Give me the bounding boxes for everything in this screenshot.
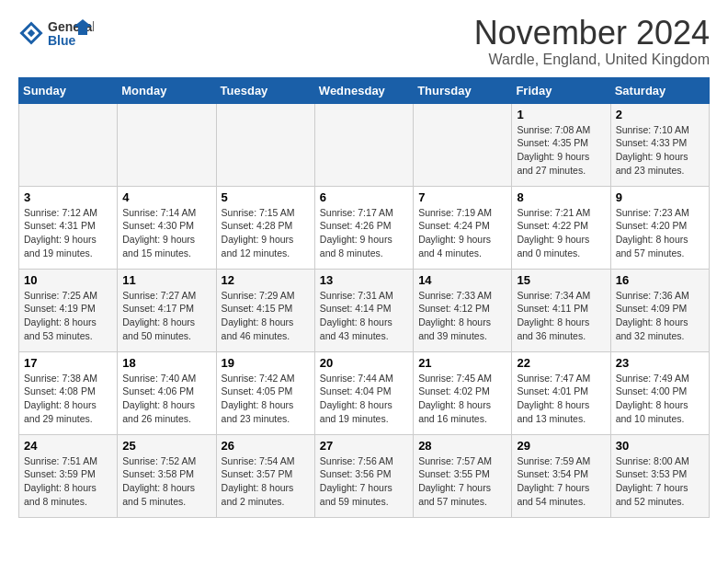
day-number: 10 <box>24 273 112 287</box>
weekday-header-thursday: Thursday <box>414 77 512 103</box>
calendar-cell: 3Sunrise: 7:12 AM Sunset: 4:31 PM Daylig… <box>19 186 118 269</box>
day-info: Sunrise: 7:19 AM Sunset: 4:24 PM Dayligh… <box>418 206 506 260</box>
calendar-week-row: 1Sunrise: 7:08 AM Sunset: 4:35 PM Daylig… <box>19 103 710 186</box>
day-info: Sunrise: 7:56 AM Sunset: 3:56 PM Dayligh… <box>320 454 408 509</box>
day-info: Sunrise: 7:51 AM Sunset: 3:59 PM Dayligh… <box>24 454 112 509</box>
day-info: Sunrise: 7:08 AM Sunset: 4:35 PM Dayligh… <box>517 123 605 178</box>
location: Wardle, England, United Kingdom <box>474 52 710 68</box>
day-number: 4 <box>122 190 210 204</box>
calendar-cell <box>19 103 118 186</box>
calendar-cell: 1Sunrise: 7:08 AM Sunset: 4:35 PM Daylig… <box>512 103 610 186</box>
day-info: Sunrise: 7:42 AM Sunset: 4:05 PM Dayligh… <box>222 372 310 426</box>
calendar-cell: 5Sunrise: 7:15 AM Sunset: 4:28 PM Daylig… <box>216 186 314 269</box>
weekday-header-sunday: Sunday <box>19 77 118 103</box>
calendar-cell: 10Sunrise: 7:25 AM Sunset: 4:19 PM Dayli… <box>19 269 118 351</box>
calendar-cell: 18Sunrise: 7:40 AM Sunset: 4:06 PM Dayli… <box>118 351 216 434</box>
calendar-cell: 7Sunrise: 7:19 AM Sunset: 4:24 PM Daylig… <box>414 186 512 269</box>
day-info: Sunrise: 7:15 AM Sunset: 4:28 PM Dayligh… <box>222 206 310 260</box>
day-number: 30 <box>616 439 704 453</box>
day-info: Sunrise: 7:49 AM Sunset: 4:00 PM Dayligh… <box>616 372 704 426</box>
day-info: Sunrise: 7:52 AM Sunset: 3:58 PM Dayligh… <box>122 454 210 509</box>
calendar-cell: 12Sunrise: 7:29 AM Sunset: 4:15 PM Dayli… <box>216 269 314 351</box>
weekday-header-saturday: Saturday <box>610 77 709 103</box>
day-number: 20 <box>320 356 408 370</box>
day-info: Sunrise: 7:36 AM Sunset: 4:09 PM Dayligh… <box>616 289 704 343</box>
day-number: 11 <box>122 273 210 287</box>
day-info: Sunrise: 7:25 AM Sunset: 4:19 PM Dayligh… <box>24 289 112 343</box>
day-number: 16 <box>616 273 704 287</box>
calendar-cell: 25Sunrise: 7:52 AM Sunset: 3:58 PM Dayli… <box>118 434 216 517</box>
day-number: 12 <box>222 273 310 287</box>
calendar-cell <box>118 103 216 186</box>
month-title: November 2024 <box>474 15 710 52</box>
calendar-cell: 23Sunrise: 7:49 AM Sunset: 4:00 PM Dayli… <box>610 351 709 434</box>
calendar-cell <box>314 103 413 186</box>
day-info: Sunrise: 7:21 AM Sunset: 4:22 PM Dayligh… <box>517 206 605 260</box>
calendar-cell: 20Sunrise: 7:44 AM Sunset: 4:04 PM Dayli… <box>314 351 413 434</box>
calendar-cell: 27Sunrise: 7:56 AM Sunset: 3:56 PM Dayli… <box>314 434 413 517</box>
calendar-cell: 17Sunrise: 7:38 AM Sunset: 4:08 PM Dayli… <box>19 351 118 434</box>
calendar-cell: 22Sunrise: 7:47 AM Sunset: 4:01 PM Dayli… <box>512 351 610 434</box>
day-info: Sunrise: 7:57 AM Sunset: 3:55 PM Dayligh… <box>418 454 506 509</box>
day-number: 24 <box>24 439 112 453</box>
day-number: 25 <box>122 439 210 453</box>
calendar-cell <box>216 103 314 186</box>
calendar-cell: 11Sunrise: 7:27 AM Sunset: 4:17 PM Dayli… <box>118 269 216 351</box>
day-info: Sunrise: 7:10 AM Sunset: 4:33 PM Dayligh… <box>616 123 704 178</box>
day-number: 7 <box>418 190 506 204</box>
day-info: Sunrise: 7:12 AM Sunset: 4:31 PM Dayligh… <box>24 206 112 260</box>
day-number: 13 <box>320 273 408 287</box>
title-area: November 2024 Wardle, England, United Ki… <box>474 15 710 68</box>
calendar-cell: 16Sunrise: 7:36 AM Sunset: 4:09 PM Dayli… <box>610 269 709 351</box>
day-number: 3 <box>24 190 112 204</box>
day-info: Sunrise: 7:45 AM Sunset: 4:02 PM Dayligh… <box>418 372 506 426</box>
day-info: Sunrise: 8:00 AM Sunset: 3:53 PM Dayligh… <box>616 454 704 509</box>
weekday-header-row: SundayMondayTuesdayWednesdayThursdayFrid… <box>19 77 710 103</box>
day-info: Sunrise: 7:34 AM Sunset: 4:11 PM Dayligh… <box>517 289 605 343</box>
weekday-header-wednesday: Wednesday <box>314 77 413 103</box>
day-number: 21 <box>418 356 506 370</box>
day-info: Sunrise: 7:54 AM Sunset: 3:57 PM Dayligh… <box>222 454 310 509</box>
calendar-table: SundayMondayTuesdayWednesdayThursdayFrid… <box>18 77 710 518</box>
calendar-week-row: 10Sunrise: 7:25 AM Sunset: 4:19 PM Dayli… <box>19 269 710 351</box>
calendar-cell: 6Sunrise: 7:17 AM Sunset: 4:26 PM Daylig… <box>314 186 413 269</box>
weekday-header-monday: Monday <box>118 77 216 103</box>
day-info: Sunrise: 7:31 AM Sunset: 4:14 PM Dayligh… <box>320 289 408 343</box>
day-number: 14 <box>418 273 506 287</box>
day-info: Sunrise: 7:40 AM Sunset: 4:06 PM Dayligh… <box>122 372 210 426</box>
weekday-header-tuesday: Tuesday <box>216 77 314 103</box>
calendar-week-row: 24Sunrise: 7:51 AM Sunset: 3:59 PM Dayli… <box>19 434 710 517</box>
day-number: 1 <box>517 108 605 121</box>
day-number: 28 <box>418 439 506 453</box>
weekday-header-friday: Friday <box>512 77 610 103</box>
day-number: 5 <box>222 190 310 204</box>
calendar-cell: 29Sunrise: 7:59 AM Sunset: 3:54 PM Dayli… <box>512 434 610 517</box>
day-info: Sunrise: 7:29 AM Sunset: 4:15 PM Dayligh… <box>222 289 310 343</box>
day-number: 8 <box>517 190 605 204</box>
day-number: 9 <box>616 190 704 204</box>
day-number: 26 <box>222 439 310 453</box>
day-number: 15 <box>517 273 605 287</box>
day-number: 6 <box>320 190 408 204</box>
logo: General Blue <box>18 15 94 52</box>
calendar-cell: 2Sunrise: 7:10 AM Sunset: 4:33 PM Daylig… <box>610 103 709 186</box>
day-info: Sunrise: 7:23 AM Sunset: 4:20 PM Dayligh… <box>616 206 704 260</box>
day-number: 19 <box>222 356 310 370</box>
calendar-cell: 28Sunrise: 7:57 AM Sunset: 3:55 PM Dayli… <box>414 434 512 517</box>
day-info: Sunrise: 7:17 AM Sunset: 4:26 PM Dayligh… <box>320 206 408 260</box>
day-number: 17 <box>24 356 112 370</box>
calendar-cell: 19Sunrise: 7:42 AM Sunset: 4:05 PM Dayli… <box>216 351 314 434</box>
calendar-cell: 15Sunrise: 7:34 AM Sunset: 4:11 PM Dayli… <box>512 269 610 351</box>
day-info: Sunrise: 7:38 AM Sunset: 4:08 PM Dayligh… <box>24 372 112 426</box>
day-number: 2 <box>616 108 704 121</box>
calendar-cell: 14Sunrise: 7:33 AM Sunset: 4:12 PM Dayli… <box>414 269 512 351</box>
calendar-cell: 8Sunrise: 7:21 AM Sunset: 4:22 PM Daylig… <box>512 186 610 269</box>
calendar-cell: 30Sunrise: 8:00 AM Sunset: 3:53 PM Dayli… <box>610 434 709 517</box>
svg-text:Blue: Blue <box>48 33 76 48</box>
day-number: 29 <box>517 439 605 453</box>
calendar-cell: 13Sunrise: 7:31 AM Sunset: 4:14 PM Dayli… <box>314 269 413 351</box>
logo-icon <box>18 20 44 46</box>
day-info: Sunrise: 7:33 AM Sunset: 4:12 PM Dayligh… <box>418 289 506 343</box>
calendar-cell: 9Sunrise: 7:23 AM Sunset: 4:20 PM Daylig… <box>610 186 709 269</box>
day-info: Sunrise: 7:59 AM Sunset: 3:54 PM Dayligh… <box>517 454 605 509</box>
